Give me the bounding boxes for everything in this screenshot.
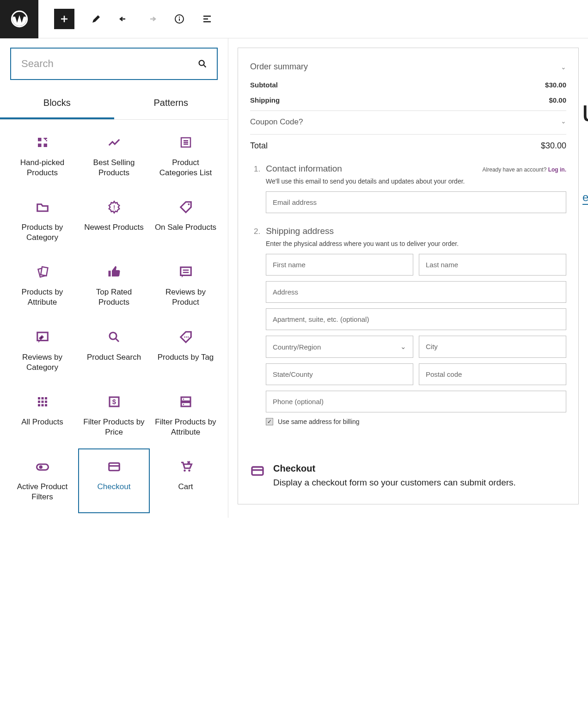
address-field[interactable]: Address bbox=[266, 281, 566, 303]
block-label: Hand-picked Products bbox=[11, 158, 74, 178]
block-item-hand-picked-products[interactable]: Hand-picked Products bbox=[6, 124, 78, 189]
total-row: Total $30.00 bbox=[250, 134, 566, 154]
shipping-label: Shipping bbox=[250, 96, 280, 104]
shipping-address-step: 2. Shipping address Enter the physical a… bbox=[254, 226, 566, 425]
coupon-row[interactable]: Coupon Code? ⌄ bbox=[250, 110, 566, 133]
block-item-reviews-by-category[interactable]: Reviews by Category bbox=[6, 319, 78, 384]
pencil-icon bbox=[91, 13, 102, 25]
block-description: Checkout Display a checkout form so your… bbox=[238, 450, 578, 504]
city-field[interactable]: City bbox=[419, 336, 566, 358]
step-description: Enter the physical address where you wan… bbox=[266, 240, 566, 247]
order-summary: Order summary ⌄ Subtotal $30.00 Shipping… bbox=[238, 48, 578, 154]
tab-blocks[interactable]: Blocks bbox=[0, 88, 114, 119]
block-label: Product Categories List bbox=[154, 158, 217, 178]
block-item-product-categories-list[interactable]: Product Categories List bbox=[150, 124, 221, 189]
block-label: All Products bbox=[21, 417, 63, 427]
last-name-field[interactable]: Last name bbox=[419, 254, 566, 276]
search-icon bbox=[107, 330, 121, 344]
block-item-newest-products[interactable]: Newest Products bbox=[78, 189, 150, 254]
login-link[interactable]: Log in. bbox=[548, 166, 566, 173]
search-input[interactable] bbox=[10, 48, 218, 80]
card-icon bbox=[107, 460, 121, 473]
redo-button[interactable] bbox=[146, 13, 158, 25]
grid9-icon bbox=[36, 395, 49, 409]
block-item-reviews-by-product[interactable]: Reviews by Product bbox=[150, 254, 221, 319]
block-item-active-product-filters[interactable]: Active Product Filters bbox=[6, 448, 78, 513]
tab-patterns[interactable]: Patterns bbox=[114, 88, 228, 119]
outline-icon bbox=[202, 13, 213, 25]
chevron-down-icon: ⌄ bbox=[561, 117, 566, 127]
block-item-cart[interactable]: Cart bbox=[150, 448, 221, 513]
trend-icon bbox=[107, 135, 121, 149]
toggle-icon bbox=[36, 460, 49, 473]
undo-icon bbox=[118, 13, 129, 25]
plus-icon bbox=[59, 13, 70, 25]
edit-button[interactable] bbox=[90, 13, 102, 25]
block-label: Products by Category bbox=[11, 222, 74, 243]
editor-toolbar bbox=[0, 0, 588, 38]
step-description: We'll use this email to send you details… bbox=[266, 178, 566, 185]
server-icon bbox=[179, 395, 193, 409]
add-block-button[interactable] bbox=[54, 9, 74, 29]
block-label: Products by Tag bbox=[158, 352, 214, 362]
block-label: Cart bbox=[178, 482, 193, 492]
undo-button[interactable] bbox=[118, 13, 130, 25]
total-value: $30.00 bbox=[541, 141, 566, 151]
block-item-on-sale-products[interactable]: On Sale Products bbox=[150, 189, 221, 254]
state-field[interactable]: State/County bbox=[266, 363, 413, 385]
email-field[interactable]: Email address bbox=[266, 191, 566, 213]
block-item-best-selling-products[interactable]: Best Selling Products bbox=[78, 124, 150, 189]
price-box-icon bbox=[107, 395, 121, 409]
block-item-checkout[interactable]: Checkout bbox=[78, 448, 150, 513]
block-item-products-by-tag[interactable]: Products by Tag bbox=[150, 319, 221, 384]
outline-button[interactable] bbox=[201, 13, 213, 25]
first-name-field[interactable]: First name bbox=[266, 254, 413, 276]
step-title: Contact information bbox=[266, 164, 342, 174]
apartment-field[interactable]: Apartment, suite, etc. (optional) bbox=[266, 308, 566, 330]
login-prompt: Already have an account? Log in. bbox=[483, 166, 566, 173]
background-text-2: e / to c bbox=[582, 191, 588, 205]
block-label: Active Product Filters bbox=[11, 482, 74, 502]
tag-dots-icon bbox=[179, 330, 193, 344]
contact-information-step: 1. Contact information Already have an a… bbox=[254, 164, 566, 213]
block-label: Filter Products by Price bbox=[83, 417, 145, 437]
new-badge-icon bbox=[107, 200, 121, 214]
block-label: Checkout bbox=[98, 482, 131, 492]
block-label: Reviews by Product bbox=[154, 287, 217, 307]
chevron-down-icon: ⌄ bbox=[561, 63, 566, 71]
country-select[interactable]: Country/Region ⌄ bbox=[266, 336, 413, 358]
wordpress-logo[interactable] bbox=[0, 0, 38, 38]
card-icon bbox=[250, 463, 265, 478]
info-button[interactable] bbox=[173, 13, 185, 25]
block-item-products-by-category[interactable]: Products by Category bbox=[6, 189, 78, 254]
block-label: Filter Products by Attribute bbox=[154, 417, 217, 437]
block-label: Reviews by Category bbox=[11, 352, 74, 373]
preview-card: Order summary ⌄ Subtotal $30.00 Shipping… bbox=[238, 48, 579, 504]
inserter-tabs: Blocks Patterns bbox=[0, 88, 228, 120]
postal-code-field[interactable]: Postal code bbox=[419, 363, 566, 385]
subtotal-label: Subtotal bbox=[250, 81, 278, 89]
block-item-top-rated-products[interactable]: Top Rated Products bbox=[78, 254, 150, 319]
list-box-icon bbox=[179, 135, 193, 149]
block-item-filter-products-by-attribute[interactable]: Filter Products by Attribute bbox=[150, 384, 221, 448]
block-item-product-search[interactable]: Product Search bbox=[78, 319, 150, 384]
block-item-products-by-attribute[interactable]: Products by Attribute bbox=[6, 254, 78, 319]
block-grid: Hand-picked ProductsBest Selling Product… bbox=[0, 120, 228, 518]
block-label: Products by Attribute bbox=[11, 287, 74, 307]
block-item-filter-products-by-price[interactable]: Filter Products by Price bbox=[78, 384, 150, 448]
subtotal-value: $30.00 bbox=[545, 81, 566, 89]
phone-field[interactable]: Phone (optional) bbox=[266, 391, 566, 412]
order-summary-title: Order summary bbox=[250, 62, 308, 72]
block-preview-panel: ut e / to c Order summary ⌄ Subtotal $30… bbox=[228, 38, 588, 518]
block-label: Best Selling Products bbox=[83, 158, 145, 178]
redo-icon bbox=[146, 13, 157, 25]
grid-plus-icon bbox=[36, 135, 49, 149]
block-label: Product Search bbox=[87, 352, 141, 362]
search-icon bbox=[197, 59, 208, 69]
same-billing-checkbox-row[interactable]: ✓ Use same address for billing bbox=[266, 418, 566, 425]
coupon-label: Coupon Code? bbox=[250, 117, 303, 127]
block-item-all-products[interactable]: All Products bbox=[6, 384, 78, 448]
info-icon bbox=[174, 13, 185, 25]
order-summary-header[interactable]: Order summary ⌄ bbox=[250, 58, 566, 77]
block-label: On Sale Products bbox=[155, 222, 216, 233]
